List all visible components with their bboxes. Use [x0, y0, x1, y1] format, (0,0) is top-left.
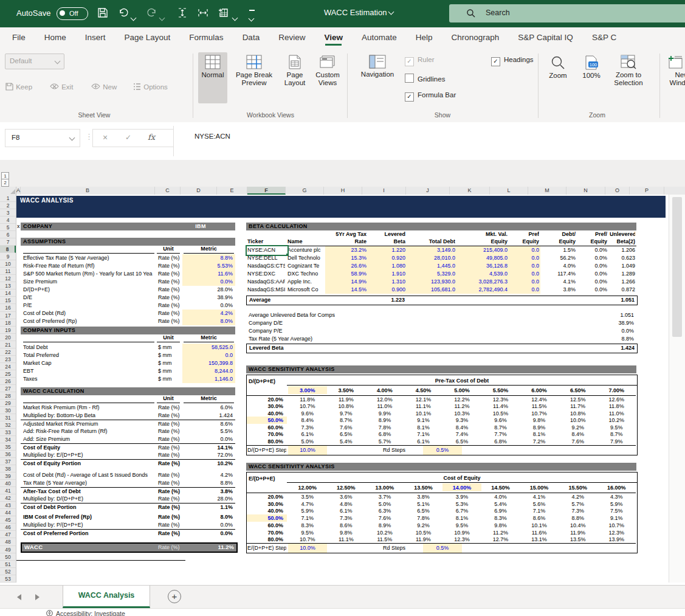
- column-header-B[interactable]: B: [21, 187, 155, 195]
- wacc-calc-row-0-1-value[interactable]: 1.424: [182, 412, 235, 420]
- sensitivity-1-row-header-5[interactable]: 70.0%: [247, 431, 283, 437]
- sensitivity-2-cell-4-3[interactable]: 9.2%: [404, 522, 443, 528]
- beta-cell-5-4[interactable]: 105,681.0: [407, 286, 455, 292]
- sensitivity-2-cell-3-2[interactable]: 7.6%: [365, 515, 404, 521]
- row-header-16[interactable]: 16: [0, 304, 16, 311]
- wacc-calc-row-0-0[interactable]: Market Risk Premium (Rm - Rf)Rate (%)6.0…: [21, 404, 235, 412]
- sensitivity-1-cell-4-1[interactable]: 7.6%: [327, 424, 366, 431]
- sensitivity-2-cell-5-0[interactable]: 9.5%: [288, 530, 327, 536]
- assumption-row-5[interactable]: D/ERate (%)38.9%: [21, 294, 235, 302]
- sensitivity-2-cell-4-6[interactable]: 10.1%: [520, 522, 559, 528]
- sensitivity-1-cell-6-6[interactable]: 7.2%: [520, 438, 559, 445]
- column-header-F[interactable]: F: [247, 187, 286, 195]
- beta-cell-3-9[interactable]: 1.289: [608, 271, 635, 277]
- beta-cell-1-7[interactable]: 56.2%: [540, 255, 576, 261]
- sensitivity-1-cell-5-1[interactable]: 6.5%: [327, 431, 366, 437]
- assumption-row-6-value[interactable]: 0.0%: [182, 302, 235, 310]
- customize-qat-icon[interactable]: [249, 10, 255, 23]
- assumption-row-8-value[interactable]: 8.0%: [182, 317, 235, 325]
- sensitivity-1-cell-2-3[interactable]: 10.1%: [404, 410, 443, 417]
- company-input-row-0[interactable]: Total Debt$ mm58,525.0: [21, 344, 235, 351]
- sensitivity-1-cell-3-7[interactable]: 10.0%: [559, 417, 597, 423]
- wacc-calc-row-1-1-value[interactable]: 8.8%: [182, 479, 235, 487]
- sensitivity-2-cell-6-2[interactable]: 11.5%: [365, 536, 404, 542]
- undo-icon[interactable]: [118, 7, 130, 19]
- sensitivity-2-cell-2-6[interactable]: 7.1%: [520, 508, 559, 514]
- gridlines-checkbox[interactable]: Gridlines: [405, 74, 445, 83]
- insert-cells-icon[interactable]: [218, 7, 230, 19]
- sensitivity-2-cell-6-3[interactable]: 11.9%: [404, 536, 443, 542]
- sensitivity-1-row-header-4[interactable]: 60.0%: [247, 424, 283, 431]
- column-header-G[interactable]: G: [286, 187, 324, 195]
- sensitivity-1-col-header-6[interactable]: 6.00%: [520, 386, 559, 394]
- sensitivity-1-cell-2-2[interactable]: 9.9%: [365, 410, 404, 417]
- sensitivity-1-cell-0-7[interactable]: 12.5%: [559, 396, 597, 403]
- ribbon-tab-data[interactable]: Data: [243, 27, 260, 46]
- sensitivity-1-cell-4-2[interactable]: 7.8%: [365, 424, 404, 431]
- sensitivity-1-cell-2-5[interactable]: 10.5%: [481, 410, 520, 417]
- beta-cell-4-4[interactable]: 123,930.0: [407, 279, 455, 285]
- custom-views-button[interactable]: Custom Views: [311, 52, 344, 103]
- beta-cell-2-5[interactable]: 36,126.8: [456, 263, 508, 269]
- row-header-26[interactable]: 26: [0, 378, 16, 385]
- assumption-row-4-value[interactable]: 28.0%: [182, 286, 235, 294]
- row-header-48[interactable]: 48: [0, 538, 16, 545]
- scrollbar-thumb[interactable]: [672, 197, 682, 337]
- column-header-H[interactable]: H: [324, 187, 362, 195]
- insert-function-icon[interactable]: fx: [148, 133, 155, 142]
- wacc-calc-row-1-3-value[interactable]: 28.0%: [182, 495, 235, 503]
- sensitivity-2-cell-0-1[interactable]: 3.6%: [327, 494, 366, 500]
- beta-cell-4-1[interactable]: Apple Inc.: [286, 279, 324, 285]
- sensitivity-1-col-header-8[interactable]: 7.00%: [597, 386, 636, 394]
- sensitivity-2-cell-1-7[interactable]: 5.7%: [559, 501, 597, 507]
- beta-cell-2-8[interactable]: 0.0%: [577, 263, 607, 269]
- sensitivity-1-cell-6-0[interactable]: 5.0%: [288, 438, 327, 445]
- row-header-37[interactable]: 37: [0, 458, 16, 465]
- row-header-38[interactable]: 38: [0, 465, 16, 472]
- beta-cell-2-9[interactable]: 1.049: [608, 263, 635, 269]
- sensitivity-2-col-header-6[interactable]: 15.00%: [520, 483, 559, 491]
- row-header-10[interactable]: 10: [0, 260, 16, 268]
- sensitivity-2-cell-0-6[interactable]: 4.1%: [520, 494, 559, 500]
- row-header-12[interactable]: 12: [0, 275, 16, 282]
- sensitivity-2-cell-6-6[interactable]: 13.1%: [520, 536, 559, 542]
- assumption-row-5-value[interactable]: 38.9%: [182, 294, 235, 302]
- sensitivity-1-cell-6-7[interactable]: 7.6%: [559, 438, 597, 445]
- previous-sheet-icon[interactable]: [17, 594, 21, 600]
- beta-cell-3-3[interactable]: 1.910: [368, 271, 405, 277]
- sensitivity-1-col-header-1[interactable]: 3.50%: [327, 386, 366, 394]
- sensitivity-1-cell-0-5[interactable]: 12.3%: [481, 396, 520, 403]
- ribbon-tab-help[interactable]: Help: [416, 27, 433, 46]
- sensitivity-1-step-value[interactable]: 10.0%: [288, 446, 327, 455]
- wacc-calc-row-0-1[interactable]: Multiplied by: Bottom-Up BetaRate (%)1.4…: [21, 412, 235, 420]
- wacc-calc-row-2-2[interactable]: Cost of Preferred PortionRate (%)0.0%: [21, 529, 235, 538]
- ribbon-tab-review[interactable]: Review: [278, 27, 305, 46]
- row-height-icon[interactable]: [177, 7, 189, 19]
- column-header-E[interactable]: E: [217, 187, 247, 195]
- company-input-row-1[interactable]: Total Preferred$ mm0.0: [21, 351, 235, 359]
- row-header-34[interactable]: 34: [0, 436, 16, 443]
- sensitivity-1-cell-4-3[interactable]: 8.1%: [404, 424, 443, 431]
- sensitivity-2-cell-5-4[interactable]: 10.9%: [442, 530, 481, 536]
- sensitivity-1-cell-2-6[interactable]: 10.7%: [520, 410, 559, 417]
- row-header-40[interactable]: 40: [0, 480, 16, 487]
- wacc-calc-row-2-0-value[interactable]: 8.0%: [182, 513, 235, 521]
- wacc-calc-row-1-4-value[interactable]: 1.1%: [182, 504, 235, 511]
- sensitivity-2-cell-4-8[interactable]: 10.7%: [597, 522, 636, 528]
- sensitivity-1-row-header-2[interactable]: 40.0%: [247, 410, 283, 417]
- row-header-27[interactable]: 27: [0, 385, 16, 392]
- ribbon-tab-insert[interactable]: Insert: [85, 27, 106, 46]
- row-header-53[interactable]: 53: [0, 575, 16, 583]
- wacc-calc-row-0-3[interactable]: Add: Risk-Free Rate of Return (Rf)Rate (…: [21, 427, 235, 435]
- sensitivity-2-cell-5-5[interactable]: 11.2%: [481, 530, 520, 536]
- beta-cell-3-8[interactable]: 0.0%: [577, 271, 607, 277]
- beta-cell-4-5[interactable]: 3,028,276.3: [456, 279, 508, 285]
- sensitivity-2-row-header-0[interactable]: 20.0%: [247, 493, 283, 500]
- sensitivity-1-cell-3-5[interactable]: 9.6%: [481, 417, 520, 423]
- beta-cell-0-1[interactable]: Accenture plc: [286, 247, 324, 253]
- select-all-button[interactable]: [0, 187, 16, 195]
- wacc-calc-row-1-1[interactable]: Tax Rate (5 Year Average)Rate (%)8.8%: [21, 479, 235, 487]
- sensitivity-1-cell-2-0[interactable]: 9.6%: [288, 410, 327, 417]
- sensitivity-1-cell-0-1[interactable]: 11.9%: [327, 396, 366, 403]
- sensitivity-1-cell-1-5[interactable]: 11.4%: [481, 403, 520, 409]
